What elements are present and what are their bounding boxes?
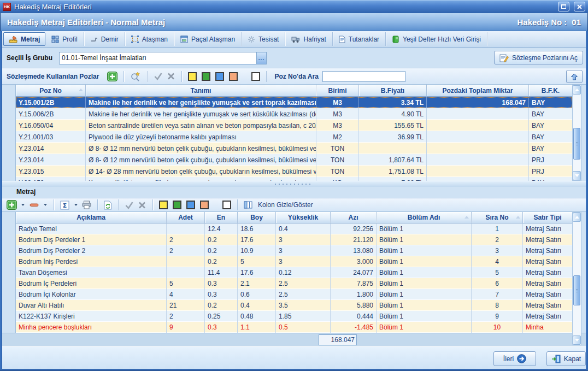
- table-row[interactable]: Bodrum İniş Perdesi0.2533.000Bölüm 14Met…: [16, 256, 572, 267]
- column-header-3[interactable]: B.Fiyatı: [359, 85, 427, 97]
- tab-5[interactable]: Tesisat: [242, 32, 285, 46]
- cancel-icon[interactable]: [138, 201, 146, 209]
- refresh-button[interactable]: [104, 201, 112, 210]
- scroll-thumb[interactable]: [573, 275, 580, 305]
- cell-tanim: Kare ve dikdörtgen profillerle pencere v…: [86, 177, 316, 181]
- table-row[interactable]: Y.15.006/2BMakine ile her derinlik ve he…: [16, 108, 572, 120]
- column-header-1[interactable]: Adet: [167, 212, 205, 223]
- scroll-up-button[interactable]: [573, 85, 581, 95]
- browse-ellipsis-button[interactable]: ...: [256, 52, 266, 64]
- color-swatch-1[interactable]: [202, 72, 210, 81]
- add-position-button[interactable]: [107, 72, 117, 81]
- column-header-2[interactable]: En: [205, 212, 238, 223]
- tab-3[interactable]: Ataşman: [125, 32, 174, 46]
- column-header-8[interactable]: Satır Tipi: [523, 212, 572, 223]
- table-row[interactable]: Bodrum İçi Kolonlar40.30.62.51.800Bölüm …: [16, 289, 572, 300]
- cell-fiyat: [359, 143, 427, 154]
- cell-poz_no: Y.15.001/2B: [16, 97, 86, 108]
- column-header-5[interactable]: Azı: [331, 212, 377, 223]
- table-row[interactable]: Bodrum Dış Perdeler 120.217.6321.120Bölü…: [16, 234, 572, 245]
- print-button[interactable]: [82, 201, 91, 209]
- table-row[interactable]: Y.23.015Ø 14- Ø 28 mm nervürlü beton çel…: [16, 166, 572, 177]
- scroll-down-button[interactable]: [573, 335, 581, 345]
- column-header-6[interactable]: Bölüm Adı: [377, 212, 472, 223]
- table-row[interactable]: Y.23.152Kare ve dikdörtgen profillerle p…: [16, 177, 572, 181]
- maximize-button[interactable]: [558, 2, 569, 11]
- color-swatch-3[interactable]: [200, 201, 209, 209]
- tab-8[interactable]: Yeşil Defter Hızlı Veri Girişi: [386, 32, 487, 46]
- remove-row-button[interactable]: [29, 200, 39, 210]
- tab-1[interactable]: Profil: [45, 32, 84, 46]
- column-toggle-button[interactable]: Kolon Gizle/Göster: [258, 201, 313, 209]
- color-swatch-4[interactable]: [251, 72, 260, 81]
- column-header-3[interactable]: Boy: [238, 212, 276, 223]
- close-form-button[interactable]: Kapat: [546, 351, 586, 366]
- cell-aciklama: Duvar Altı Hatılı: [16, 300, 167, 311]
- metraj-panel-title: Metraj: [16, 188, 36, 196]
- column-header-5[interactable]: B.F.K.: [529, 85, 572, 97]
- color-swatch-4[interactable]: [222, 201, 231, 209]
- tab-6[interactable]: Hafriyat: [285, 32, 332, 46]
- column-header-2[interactable]: Birimi: [316, 85, 359, 97]
- cell-miktar: [427, 166, 529, 177]
- table-row[interactable]: Y.21.001/03Plywood ile düz yüzeyli beton…: [16, 131, 572, 143]
- color-swatch-1[interactable]: [173, 201, 181, 209]
- open-contract-positions-button[interactable]: Sözleşme Pozlarını Aç: [494, 51, 583, 64]
- column-header-0[interactable]: Açıklama: [16, 212, 167, 223]
- scroll-thumb[interactable]: [573, 128, 580, 160]
- poz-search-input[interactable]: [322, 71, 405, 82]
- confirm-icon[interactable]: [154, 72, 163, 80]
- column-header-0[interactable]: Poz No: [16, 85, 86, 97]
- chevron-up-icon: [575, 216, 579, 219]
- column-header-4[interactable]: Pozdaki Toplam Miktar: [427, 85, 529, 97]
- color-swatches: [159, 201, 231, 209]
- table-row[interactable]: Duvar Altı Hatılı210.20.43.55.880Bölüm 1…: [16, 300, 572, 311]
- table-row[interactable]: Tavan Döşemesi11.417.60.1224.077Bölüm 15…: [16, 267, 572, 278]
- color-swatch-2[interactable]: [186, 201, 195, 209]
- panel-splitter[interactable]: [2, 181, 586, 187]
- tab-2[interactable]: Demir: [84, 32, 125, 46]
- tab-7[interactable]: Tutanaklar: [333, 32, 386, 46]
- next-button[interactable]: İleri: [493, 351, 536, 366]
- color-swatch-0[interactable]: [159, 201, 168, 209]
- table-row[interactable]: K122-K137 Kirişleri20.250.481.850.444Böl…: [16, 311, 572, 322]
- remove-row-dropdown-icon[interactable]: [44, 204, 47, 206]
- footer-bar: İleri Kapat: [2, 346, 586, 369]
- add-row-dropdown-icon[interactable]: [21, 204, 25, 206]
- table-row[interactable]: Bodrum İç Perdeleri50.32.12.57.875Bölüm …: [16, 278, 572, 289]
- cell-yukseklik: 0.4: [276, 223, 331, 234]
- tab-0[interactable]: Metraj: [3, 32, 45, 46]
- table-row[interactable]: Y.23.014Ø 8- Ø 12 mm nervürlü beton çeli…: [16, 154, 572, 166]
- app-window: HK Hakediş Metraj Editörleri Hakediş Met…: [0, 0, 588, 371]
- scroll-up-button[interactable]: [573, 213, 581, 222]
- cell-bolum: Bölüm 1: [377, 223, 472, 234]
- table-row[interactable]: Y.16.050/04Beton santralinde üretilen ve…: [16, 120, 572, 131]
- sum-button[interactable]: Σ: [60, 201, 70, 210]
- add-row-button[interactable]: [7, 200, 17, 210]
- confirm-icon[interactable]: [125, 201, 134, 209]
- search-position-button[interactable]: [130, 72, 141, 81]
- column-header-7[interactable]: Sıra No: [472, 212, 523, 223]
- metraj-scrollbar[interactable]: [572, 212, 581, 345]
- table-row[interactable]: Minha pencere boşlukları90.31.10.5-1.485…: [16, 322, 572, 333]
- table-row[interactable]: Radye Temel12.418.60.492.256Bölüm 11Metr…: [16, 223, 572, 234]
- cancel-icon[interactable]: [167, 72, 175, 80]
- collapse-panel-button[interactable]: [566, 70, 583, 83]
- toolbar-separator: [118, 199, 119, 210]
- cell-bfk: BAY: [529, 108, 572, 120]
- close-button[interactable]: [574, 2, 585, 11]
- sum-dropdown-icon[interactable]: [74, 204, 78, 206]
- tab-4[interactable]: Paçal Ataşman: [174, 32, 242, 46]
- table-row[interactable]: Bodrum Dış Perdeler 220.210.9313.080Bölü…: [16, 245, 572, 256]
- column-header-1[interactable]: Tanımı: [86, 85, 316, 97]
- color-swatch-2[interactable]: [215, 72, 224, 81]
- work-group-combo[interactable]: 01.01-Temel İnşaat İmalatları ...: [59, 52, 267, 64]
- table-row[interactable]: Y.23.014Ø 8- Ø 12 mm nervürlü beton çeli…: [16, 143, 572, 154]
- scroll-down-button[interactable]: [573, 171, 581, 180]
- color-swatch-0[interactable]: [188, 72, 197, 81]
- color-swatch-3[interactable]: [229, 72, 238, 81]
- table-row[interactable]: Y.15.001/2BMakine ile her derinlik ve he…: [16, 97, 572, 108]
- cell-miktar: [427, 177, 529, 181]
- positions-scrollbar[interactable]: [572, 85, 581, 181]
- column-header-4[interactable]: Yükseklik: [276, 212, 331, 223]
